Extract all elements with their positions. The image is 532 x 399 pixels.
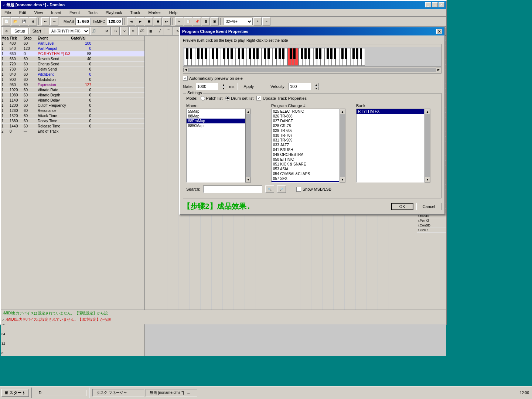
- track-row[interactable]: 1 960 60 Expression 127: [1, 82, 144, 88]
- program-list-item[interactable]: 051 KICK & SNARE: [272, 162, 339, 167]
- gate-spin-up[interactable]: ▲: [221, 83, 226, 86]
- instrument-item[interactable]: r.Kick 1: [417, 228, 446, 233]
- black-key[interactable]: [352, 48, 355, 59]
- setup-icon-button[interactable]: ⚙: [2, 27, 10, 35]
- undo-button[interactable]: ↩: [41, 17, 50, 25]
- menu-file[interactable]: File: [2, 10, 13, 16]
- track-row[interactable]: 1 1380 60 Decay Time 0: [1, 119, 144, 124]
- new-button[interactable]: 📄: [2, 17, 10, 25]
- macro-list-item[interactable]: 8850Map: [187, 123, 245, 128]
- black-key[interactable]: [231, 48, 233, 59]
- program-list-item[interactable]: 031 TR-909: [272, 138, 339, 143]
- white-key[interactable]: [195, 48, 199, 66]
- arch-button[interactable]: ⌒: [165, 27, 173, 35]
- velocity-spin-down[interactable]: ▼: [314, 86, 319, 90]
- white-key[interactable]: [324, 48, 328, 66]
- track-row[interactable]: 1 1080 60 Vibrato Depth 0: [1, 93, 144, 98]
- program-list-item[interactable]: 050 ETHNIC: [272, 157, 339, 162]
- black-key[interactable]: [253, 48, 255, 59]
- minimize-button[interactable]: _: [425, 2, 431, 7]
- black-key[interactable]: [267, 48, 270, 59]
- rewind-button[interactable]: ⏮: [127, 17, 135, 25]
- menu-edit[interactable]: Edit: [17, 10, 28, 16]
- piano-scroll-thumb[interactable]: [188, 68, 436, 72]
- line-button[interactable]: ╱: [156, 27, 164, 35]
- track-row[interactable]: 1 480 60 Part Level 100: [1, 41, 144, 46]
- zoom-in-button[interactable]: +: [253, 17, 262, 25]
- black-key[interactable]: [279, 48, 281, 59]
- menu-marker[interactable]: Marker: [146, 10, 163, 16]
- program-list-item[interactable]: 027 DANCE: [272, 119, 339, 123]
- macro-scroll-up[interactable]: ▲: [246, 109, 251, 114]
- white-key[interactable]: [299, 48, 302, 66]
- track-row[interactable]: 1 840 60 PitchBend 0: [1, 72, 144, 77]
- program-list-item[interactable]: 026 TR-808: [272, 114, 339, 119]
- velocity-spin-up[interactable]: ▲: [314, 83, 319, 86]
- program-scroll-track[interactable]: [340, 114, 345, 177]
- menu-track[interactable]: Track: [128, 10, 142, 16]
- instrument-item[interactable]: r.Per Kl: [417, 218, 446, 223]
- piano-scroll-right[interactable]: ▶: [436, 68, 441, 72]
- white-key[interactable]: [247, 48, 250, 66]
- taskbar-active-window[interactable]: 無題 [noname.dms *] - ...: [146, 389, 197, 396]
- track-row[interactable]: 1 1320 60 Attack Time 0: [1, 113, 144, 119]
- macro-scroll-track[interactable]: [246, 114, 251, 177]
- program-list-item[interactable]: 028 CR-78: [272, 123, 339, 128]
- track-row[interactable]: 1 540 120 Part Panpot 0: [1, 46, 144, 51]
- macro-list[interactable]: 55Map88Map88ProMap8850Map: [186, 109, 245, 183]
- black-key[interactable]: [212, 48, 214, 59]
- menu-event[interactable]: Event: [67, 10, 82, 16]
- black-key[interactable]: [308, 48, 310, 59]
- bank-scroll-up[interactable]: ▲: [425, 109, 430, 114]
- tab-start[interactable]: Start: [29, 28, 44, 34]
- track-row[interactable]: 1 1140 60 Vibrato Delay 0: [1, 98, 144, 103]
- radio-patch-btn[interactable]: [201, 96, 205, 100]
- black-key[interactable]: [290, 48, 292, 59]
- black-key[interactable]: [293, 48, 296, 59]
- black-key[interactable]: [264, 48, 266, 59]
- black-key[interactable]: [345, 48, 347, 59]
- black-key[interactable]: [330, 48, 332, 59]
- zoom-out-button[interactable]: −: [262, 17, 270, 25]
- channel-dropdown[interactable]: All (RHYTHM FX): [49, 28, 89, 34]
- apply-button[interactable]: Apply: [238, 83, 260, 90]
- select-button[interactable]: ▣: [211, 17, 219, 25]
- pencil-button[interactable]: ✏: [129, 27, 137, 35]
- close-button[interactable]: ✕: [439, 2, 444, 7]
- black-key[interactable]: [249, 48, 251, 59]
- play-button[interactable]: ▶: [136, 17, 144, 25]
- maximize-button[interactable]: □: [432, 2, 438, 7]
- track-row[interactable]: 1 900 60 Modulation 0: [1, 77, 144, 82]
- black-key[interactable]: [319, 48, 321, 59]
- gate-spin-down[interactable]: ▼: [221, 86, 226, 90]
- cut-button[interactable]: ✂: [175, 17, 183, 25]
- velocity-input[interactable]: [289, 83, 311, 90]
- white-key[interactable]: [350, 48, 354, 66]
- program-list-item[interactable]: 054 CYMBAL&CLAPS: [272, 171, 339, 176]
- radio-drum-btn[interactable]: [225, 96, 230, 100]
- track-row[interactable]: 1 1260 60 Resonance 0: [1, 108, 144, 113]
- black-key[interactable]: [360, 48, 362, 59]
- macro-list-item[interactable]: 55Map: [187, 109, 245, 114]
- track-row[interactable]: 1 1440 60 Release Time 0: [1, 124, 144, 129]
- menu-view[interactable]: View: [32, 10, 45, 16]
- redo-button[interactable]: ↪: [50, 17, 58, 25]
- macro-list-item[interactable]: 88Map: [187, 114, 245, 119]
- paste-button[interactable]: 📌: [193, 17, 201, 25]
- black-key[interactable]: [304, 48, 307, 59]
- solo-button[interactable]: S: [112, 27, 120, 35]
- program-list-item[interactable]: 058 RHYTHM FX: [272, 181, 339, 183]
- auto-preview-checkbox[interactable]: ✓: [183, 76, 188, 81]
- program-list-item[interactable]: 049 ORCHESTRA: [272, 152, 339, 157]
- track-row[interactable]: 1 780 60 Delay Send 0: [1, 67, 144, 72]
- black-key[interactable]: [242, 48, 244, 59]
- search-button-2[interactable]: 🔎: [277, 185, 286, 193]
- track-row[interactable]: 1 660 60 Reverb Send 40: [1, 57, 144, 62]
- program-list-item[interactable]: 057 SFX: [272, 176, 339, 181]
- piano-keys[interactable]: [183, 47, 441, 66]
- instrument-item[interactable]: r.ConBD: [417, 223, 446, 228]
- white-key[interactable]: [287, 48, 291, 66]
- menu-insert[interactable]: Insert: [49, 10, 64, 16]
- update-track-checkbox[interactable]: ✓: [256, 96, 261, 100]
- search-button-1[interactable]: 🔍: [265, 185, 274, 193]
